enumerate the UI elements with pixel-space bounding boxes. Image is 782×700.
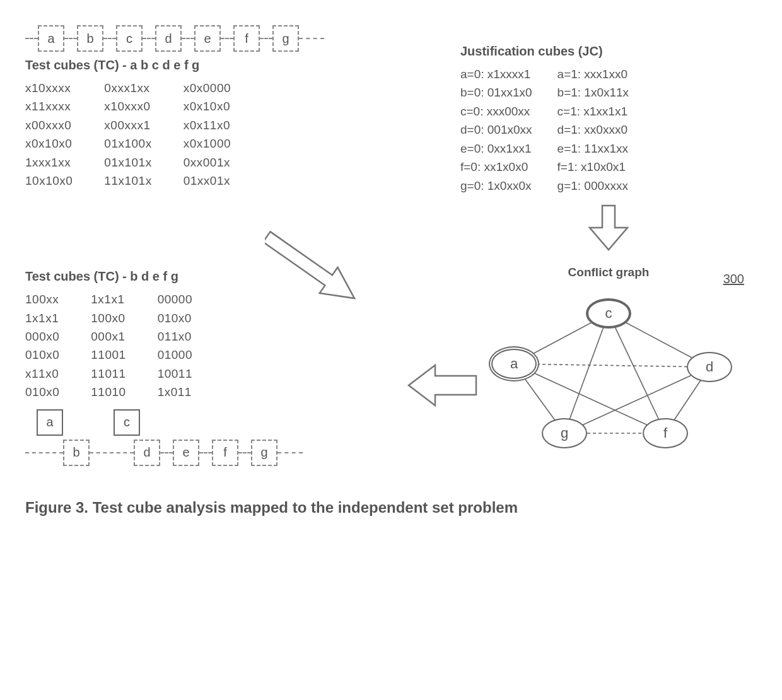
jc-value: g=0: 1x0xx0x (460, 177, 532, 195)
graph-title: Conflict graph (460, 265, 757, 279)
tc-value: 11x101x (104, 172, 151, 190)
chain-cell: b (63, 440, 90, 466)
tc-value: 0xxx1xx (104, 79, 151, 97)
tc-value: 01000 (158, 346, 192, 364)
tc-value: x0x1000 (184, 134, 231, 153)
tc-value: 1x1x1 (91, 290, 125, 308)
tc-value: 0xx001x (184, 153, 231, 172)
chain-cell: e (173, 440, 199, 466)
tc1-table: x10xxxx x11xxxx x00xxx0 x0x10x0 1xxx1xx … (25, 79, 441, 190)
arrow-diagonal-icon (265, 215, 404, 316)
tc-value: x11x0 (25, 365, 59, 383)
scan-chain-bottom: b d e f g (25, 440, 423, 466)
tc-value: 011x0 (158, 327, 192, 346)
tc-value: x0x10x0 (25, 134, 73, 153)
graph-node-f: f (643, 418, 688, 448)
jc-value: d=0: 001x0xx (460, 120, 532, 139)
tc-value: 11010 (91, 383, 125, 401)
chain-cell: e (194, 25, 221, 52)
tc-value: x0x0000 (184, 79, 231, 97)
chain-cell: c (116, 25, 143, 52)
tc-value: x10xxxx (25, 79, 73, 97)
jc-value: b=1: 1x0x11x (557, 83, 629, 102)
figure-caption: Figure 3. Test cube analysis mapped to t… (25, 498, 668, 518)
svg-line-4 (514, 364, 709, 367)
graph-node-g: g (542, 418, 587, 448)
graph-node-c: c (586, 298, 631, 329)
graph-node-d: d (687, 352, 732, 382)
tc-value: x00xxx1 (104, 116, 151, 134)
graph-node-a: a (491, 349, 537, 379)
jc-title: Justification cubes (JC) (460, 44, 757, 59)
tc-value: x0x10x0 (184, 97, 231, 115)
tc-value: 1x011 (158, 383, 192, 401)
jc-value: f=1: x10x0x1 (557, 158, 629, 176)
tc-value: 000x1 (91, 327, 125, 346)
tc-value: 11001 (91, 346, 125, 364)
chain-cell: a (38, 25, 64, 52)
tc-value: x00xxx0 (25, 116, 73, 134)
tc-value: 01x101x (104, 153, 151, 172)
tc-value: 010x0 (158, 309, 192, 327)
tc-value: 100x0 (91, 309, 125, 327)
chain-cell: g (251, 440, 277, 466)
removed-cell: a (37, 409, 63, 436)
tc1-title: Test cubes (TC) - a b c d e f g (25, 58, 441, 73)
jc-value: a=0: x1xxxx1 (460, 65, 532, 83)
tc-value: x11xxxx (25, 97, 73, 115)
arrow-down-icon (577, 202, 640, 253)
removed-cell: c (114, 409, 140, 436)
tc-value: 010x0 (25, 383, 59, 401)
jc-value: f=0: xx1x0x0 (460, 158, 532, 176)
tc-value: 1x1x1 (25, 309, 59, 327)
jc-value: d=1: xx0xxx0 (557, 120, 629, 139)
scan-chain-top: a b c d e f g (25, 25, 441, 52)
tc-value: 10x10x0 (25, 172, 73, 190)
jc-value: a=1: xxx1xx0 (557, 65, 629, 83)
tc-value: x0x11x0 (184, 116, 231, 134)
tc-value: 01x100x (104, 134, 151, 153)
svg-line-6 (514, 364, 665, 433)
chain-cell: d (155, 25, 182, 52)
jc-value: e=1: 11xx1xx (557, 139, 629, 158)
chain-cell: f (212, 440, 238, 466)
tc-value: 010x0 (25, 346, 59, 364)
jc-value: c=0: xxx00xx (460, 102, 532, 120)
tc-value: 000x0 (25, 327, 59, 346)
tc-value: 01xx01x (184, 172, 231, 190)
tc-value: 100xx (25, 290, 59, 308)
jc-value: e=0: 0xx1xx1 (460, 139, 532, 158)
tc-value: 10011 (158, 365, 192, 383)
chain-cell: g (272, 25, 299, 52)
tc-value: 1xxx1xx (25, 153, 73, 172)
tc-value: 11011 (91, 365, 125, 383)
jc-table: a=0: x1xxxx1 b=0: 01xx1x0 c=0: xxx00xx d… (460, 65, 757, 195)
tc-value: x10xxx0 (104, 97, 151, 115)
svg-line-2 (564, 313, 609, 433)
chain-cell: d (134, 440, 160, 466)
conflict-graph: c a d g f (470, 282, 747, 458)
jc-value: c=1: x1xx1x1 (557, 102, 629, 120)
chain-cell: b (77, 25, 103, 52)
svg-line-3 (609, 313, 665, 433)
jc-value: b=0: 01xx1x0 (460, 83, 532, 102)
jc-value: g=1: 000xxxx (557, 177, 629, 195)
chain-cell: f (233, 25, 260, 52)
tc-value: 00000 (158, 290, 192, 308)
